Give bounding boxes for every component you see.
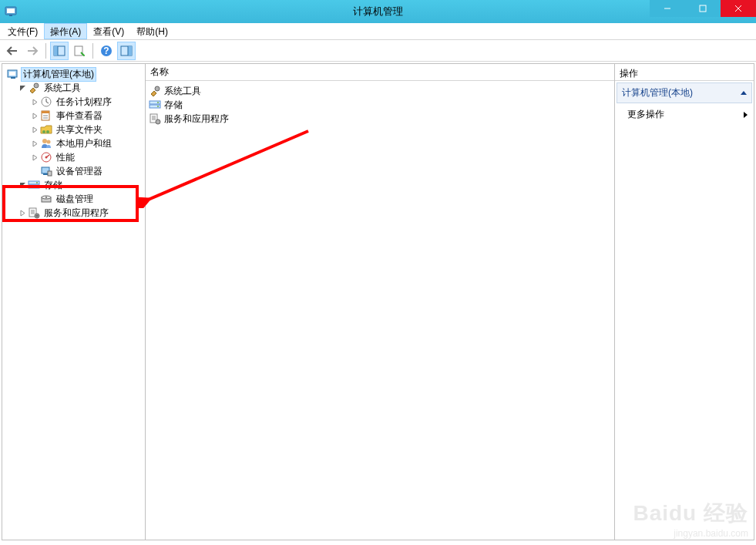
svg-rect-4 — [700, 5, 706, 12]
tree-storage[interactable]: 存储 — [4, 178, 143, 192]
tree-event-viewer[interactable]: 事件查看器 — [4, 109, 143, 123]
svg-point-11 — [83, 55, 85, 56]
menu-view[interactable]: 查看(V) — [87, 23, 130, 39]
services-icon — [149, 113, 161, 125]
svg-point-27 — [46, 130, 49, 133]
nav-tree: 计算机管理(本地) 系统工具 任务计划程序 事件查看器 共享文件夹 — [4, 67, 143, 220]
tree-label: 共享文件夹 — [54, 123, 105, 137]
menu-file[interactable]: 文件(F) — [2, 23, 44, 39]
performance-icon — [40, 151, 52, 163]
svg-rect-8 — [54, 46, 58, 56]
tree-label: 事件查看器 — [54, 109, 105, 123]
svg-point-48 — [157, 106, 159, 107]
properties-button[interactable] — [70, 42, 89, 60]
storage-icon — [28, 179, 40, 191]
tree-label: 设备管理器 — [54, 164, 105, 179]
show-tree-button[interactable] — [50, 42, 69, 60]
actions-pane: 操作 计算机管理(本地) 更多操作 — [615, 64, 754, 540]
title-bar: 计算机管理 — [0, 0, 756, 23]
forward-button[interactable] — [23, 42, 42, 60]
expand-icon[interactable] — [18, 208, 27, 217]
users-icon — [40, 137, 52, 150]
svg-point-41 — [45, 197, 47, 198]
menu-help[interactable]: 帮助(H) — [130, 23, 174, 39]
collapse-icon — [741, 91, 747, 95]
more-actions-label: 更多操作 — [627, 108, 664, 121]
svg-point-26 — [42, 130, 45, 133]
svg-point-37 — [36, 182, 38, 183]
actions-header: 操作 — [615, 64, 754, 81]
storage-icon — [149, 99, 161, 111]
tree-disk-management[interactable]: 磁盘管理 — [4, 192, 143, 206]
event-viewer-icon — [40, 109, 52, 122]
actions-group-label: 计算机管理(本地) — [622, 86, 693, 99]
help-button[interactable]: ? — [97, 42, 116, 60]
tree-label: 性能 — [54, 150, 77, 165]
list-item[interactable]: 服务和应用程序 — [147, 112, 613, 126]
toolbar-separator — [92, 43, 93, 59]
tree-system-tools[interactable]: 系统工具 — [4, 81, 143, 95]
tree-pane: 计算机管理(本地) 系统工具 任务计划程序 事件查看器 共享文件夹 — [2, 64, 146, 540]
expand-icon[interactable] — [30, 139, 39, 148]
window-title: 计算机管理 — [353, 5, 403, 19]
svg-rect-18 — [9, 72, 15, 76]
svg-rect-1 — [7, 8, 15, 13]
expand-icon[interactable] — [30, 125, 39, 134]
svg-text:?: ? — [103, 45, 109, 56]
content-pane: 名称 系统工具 存储 服务和应用程序 — [146, 64, 615, 540]
svg-rect-23 — [42, 111, 49, 113]
tree-label: 本地用户和组 — [54, 136, 114, 151]
svg-point-28 — [42, 139, 47, 143]
svg-point-50 — [156, 119, 160, 124]
tree-task-scheduler[interactable]: 任务计划程序 — [4, 95, 143, 109]
svg-rect-2 — [9, 15, 12, 16]
window-controls — [650, 0, 756, 17]
tree-label: 存储 — [42, 178, 65, 193]
list-item[interactable]: 存储 — [147, 98, 613, 112]
svg-rect-19 — [11, 77, 15, 79]
expand-icon[interactable] — [30, 111, 39, 120]
list-item-label: 存储 — [164, 99, 183, 112]
more-actions[interactable]: 更多操作 — [615, 105, 754, 124]
tree-services-apps[interactable]: 服务和应用程序 — [4, 206, 143, 220]
toolbar: ? — [0, 40, 756, 62]
svg-point-31 — [45, 156, 48, 159]
tree-local-users[interactable]: 本地用户和组 — [4, 136, 143, 150]
back-button[interactable] — [3, 42, 22, 60]
content-list: 系统工具 存储 服务和应用程序 — [146, 81, 614, 129]
tree-label: 磁盘管理 — [54, 192, 96, 207]
tools-icon — [149, 85, 161, 97]
tree-shared-folders[interactable]: 共享文件夹 — [4, 123, 143, 136]
tree-performance[interactable]: 性能 — [4, 150, 143, 164]
svg-point-47 — [157, 102, 159, 103]
menu-action[interactable]: 操作(A) — [44, 23, 87, 39]
svg-rect-10 — [75, 46, 82, 56]
svg-point-44 — [155, 86, 160, 91]
expand-icon[interactable] — [30, 97, 39, 106]
svg-point-29 — [47, 140, 51, 144]
expand-icon[interactable] — [30, 153, 39, 162]
main-area: 计算机管理(本地) 系统工具 任务计划程序 事件查看器 共享文件夹 — [2, 63, 754, 540]
minimize-button[interactable] — [650, 0, 685, 17]
list-item[interactable]: 系统工具 — [147, 84, 613, 98]
tree-label: 服务和应用程序 — [42, 206, 111, 220]
clock-icon — [40, 96, 52, 108]
maximize-button[interactable] — [685, 0, 721, 17]
close-button[interactable] — [721, 0, 756, 17]
tree-root[interactable]: 计算机管理(本地) — [4, 67, 143, 81]
collapse-icon[interactable] — [18, 83, 27, 93]
collapse-icon[interactable] — [18, 180, 27, 190]
svg-point-20 — [34, 83, 39, 88]
column-header-name[interactable]: 名称 — [146, 64, 614, 81]
tree-device-manager[interactable]: 设备管理器 — [4, 164, 143, 178]
computer-management-icon — [7, 68, 19, 80]
chevron-right-icon — [744, 112, 748, 118]
actions-group[interactable]: 计算机管理(本地) — [617, 82, 752, 103]
tree-label: 计算机管理(本地) — [21, 67, 96, 82]
show-actions-button[interactable] — [117, 42, 136, 60]
menu-bar: 文件(F) 操作(A) 查看(V) 帮助(H) — [0, 23, 756, 40]
svg-rect-33 — [43, 173, 48, 175]
tools-icon — [28, 82, 40, 94]
disk-management-icon — [40, 193, 52, 205]
svg-rect-34 — [48, 171, 52, 176]
